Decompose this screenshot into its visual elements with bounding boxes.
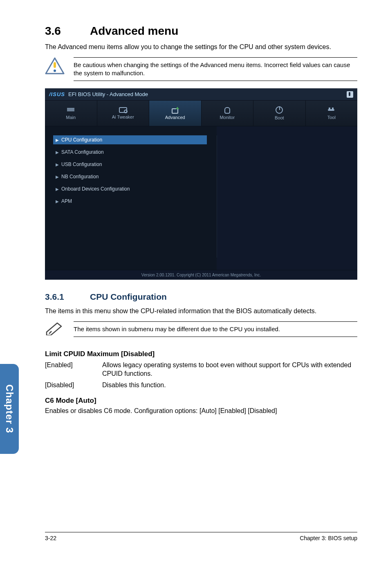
exit-icon[interactable] [347,91,353,98]
section-intro: The Advanced menu items allow you to cha… [45,43,357,52]
page-footer: 3-22 Chapter 3: BIOS setup [45,532,357,541]
warning-callout: Be cautious when changing the settings o… [45,57,357,81]
page-number: 3-22 [45,535,56,541]
chapter-label: Chapter 3: BIOS setup [300,535,357,541]
subsection-title: CPU Configuration [90,292,167,302]
note-icon [45,321,65,339]
bios-item-nb-configuration[interactable]: ▶ NB Configuration [53,172,207,181]
svg-rect-1 [54,62,56,68]
toolbox-icon [327,107,336,113]
warning-icon [45,57,65,75]
option-row: [Enabled] Allows legacy operating system… [45,361,357,378]
c6-mode-body: Enables or disables C6 mode. Configurati… [45,406,357,415]
tab-advanced[interactable]: Advanced [149,101,202,126]
limit-cpuid-heading: Limit CPUID Maximum [Disabled] [45,350,357,358]
bios-item-label: NB Configuration [61,174,99,180]
bios-item-sata-configuration[interactable]: ▶ SATA Configuration [53,148,207,157]
subsection-heading: 3.6.1 CPU Configuration [45,292,357,302]
bios-item-apm[interactable]: ▶ APM [53,197,207,206]
bios-screenshot: /ISUS EFI BIOS Utility - Advanced Mode M… [45,88,357,280]
bios-item-label: USB Configuration [61,162,102,167]
bios-divider [217,135,217,258]
chevron-right-icon: ▶ [56,175,59,179]
bios-item-label: Onboard Devices Configuration [61,186,130,192]
section-heading: 3.6 Advanced menu [45,25,357,38]
power-icon [276,106,283,114]
thermometer-icon [223,107,232,113]
chevron-right-icon: ▶ [56,199,59,204]
bios-footer: Version 2.00.1201. Copyright (C) 2011 Am… [45,270,357,280]
note-callout: The items shown in submenu may be differ… [45,321,357,339]
chip-icon [170,107,179,113]
tab-boot[interactable]: Boot [253,101,306,126]
bios-item-cpu-configuration[interactable]: ▶ CPU Configuration [53,135,207,144]
note-text: The items shown in submenu may be differ… [74,321,357,337]
bios-titlebar: /ISUS EFI BIOS Utility - Advanced Mode [45,88,357,101]
bios-item-usb-configuration[interactable]: ▶ USB Configuration [53,160,207,169]
section-title: Advanced menu [90,25,178,38]
bios-title: EFI BIOS Utility - Advanced Mode [68,91,148,97]
tab-main[interactable]: Main [45,101,97,126]
list-icon [66,107,75,113]
svg-point-2 [54,70,56,72]
tab-label: Advanced [165,115,185,120]
bios-menu-list: ▶ CPU Configuration ▶ SATA Configuration… [53,135,207,206]
option-term: [Disabled] [45,381,102,390]
chevron-right-icon: ▶ [56,187,59,191]
section-number: 3.6 [45,25,90,38]
tweaker-icon [119,107,127,113]
tab-label: Tool [327,115,336,120]
subsection-intro: The items in this menu show the CPU-rela… [45,307,357,316]
option-row: [Disabled] Disables this function. [45,381,357,390]
tab-tool[interactable]: Tool [306,101,358,126]
tab-label: Monitor [220,115,235,120]
option-term: [Enabled] [45,361,102,378]
bios-item-label: SATA Configuration [61,149,104,155]
tab-ai-tweaker[interactable]: Ai Tweaker [97,101,150,126]
warning-text: Be cautious when changing the settings o… [74,57,357,81]
c6-mode-heading: C6 Mode [Auto] [45,397,357,405]
chevron-right-icon: ▶ [56,138,59,142]
bios-brand: /ISUS [49,91,65,97]
tab-label: Main [66,115,76,120]
tab-label: Ai Tweaker [112,114,134,119]
chevron-right-icon: ▶ [56,150,59,155]
option-desc: Disables this function. [102,381,357,390]
tab-monitor[interactable]: Monitor [202,101,254,126]
chevron-right-icon: ▶ [56,162,59,167]
option-desc: Allows legacy operating systems to boot … [102,361,357,378]
bios-item-label: CPU Configuration [61,137,102,143]
subsection-number: 3.6.1 [45,292,90,302]
bios-item-onboard-devices[interactable]: ▶ Onboard Devices Configuration [53,184,207,193]
bios-tabbar: Main Ai Tweaker Advanced Monitor Boot [45,101,357,126]
bios-item-label: APM [61,198,72,204]
tab-label: Boot [275,115,284,120]
